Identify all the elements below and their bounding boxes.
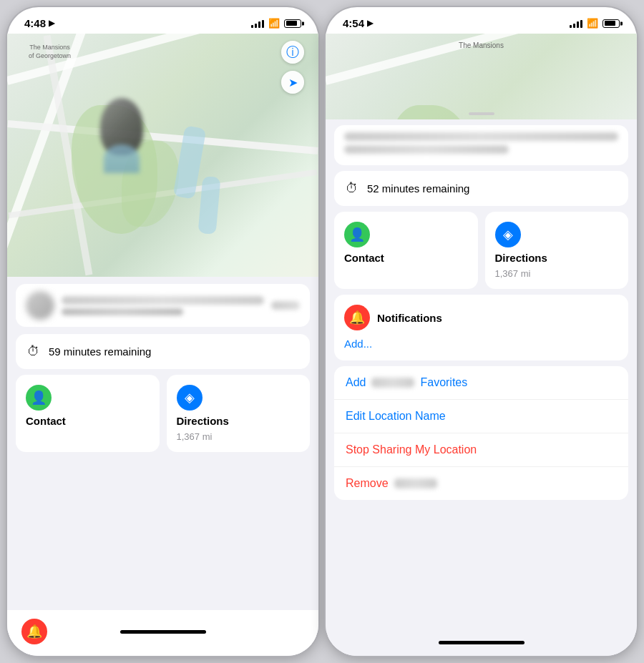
directions-icon: ◈: [177, 385, 203, 411]
action-list: Add Favorites Edit Location Name Stop Sh…: [334, 366, 628, 500]
wifi-icon-right: 📶: [587, 18, 598, 29]
directions-card-left[interactable]: ◈ Directions 1,367 mi: [167, 375, 311, 452]
location-button[interactable]: ➤: [281, 71, 304, 94]
user-avatar-blur: [26, 291, 54, 320]
name-card-right: [334, 125, 628, 165]
bottom-bar-right: [326, 635, 637, 656]
bottom-panel-right: ⏱ 52 minutes remaining 👤 Contact ◈ Direc…: [326, 119, 637, 656]
directions-distance-left: 1,367 mi: [177, 431, 301, 442]
location-icon: ➤: [288, 76, 298, 89]
blurred-name-favorites: [371, 378, 414, 388]
blurred-name-remove: [394, 478, 437, 488]
action-row-left: 👤 Contact ◈ Directions 1,367 mi: [16, 375, 310, 452]
name-card-left: [16, 284, 310, 327]
location-arrow-icon: ▶: [49, 19, 54, 28]
wifi-icon: 📶: [268, 18, 280, 29]
map-label-right: The Mansions: [459, 41, 504, 50]
notif-title: Notifications: [377, 312, 442, 324]
action-row-right: 👤 Contact ◈ Directions 1,367 mi: [334, 212, 628, 289]
contact-card-left[interactable]: 👤 Contact: [16, 375, 160, 452]
contact-icon-right: 👤: [344, 222, 370, 247]
timer-icon-right: ⏱: [346, 181, 358, 196]
remove-item[interactable]: Remove: [334, 467, 628, 500]
right-phone: 4:54 ▶ 📶 The Mansions: [326, 7, 637, 656]
directions-distance-right: 1,367 mi: [495, 268, 619, 279]
contact-label-right: Contact: [344, 252, 468, 264]
timer-row-right: ⏱ 52 minutes remaining: [334, 171, 628, 206]
drag-handle: [469, 112, 494, 115]
status-icons-right: 📶: [570, 18, 620, 29]
status-time-left: 4:48 ▶: [24, 17, 54, 29]
left-phone: 4:48 ▶ 📶 The Mansions: [7, 7, 318, 656]
status-time-right: 4:54 ▶: [343, 17, 373, 29]
directions-card-right[interactable]: ◈ Directions 1,367 mi: [485, 212, 629, 289]
notif-bell-icon: 🔔: [344, 305, 370, 330]
notif-add-link[interactable]: Add...: [344, 338, 372, 350]
map-left: The Mansions of Georgetown ⓘ ➤: [7, 34, 318, 277]
directions-icon-right: ◈: [495, 222, 521, 247]
signal-bars-right: [570, 19, 582, 28]
map-label-left: The Mansions of Georgetown: [29, 44, 71, 60]
bell-icon-left: 🔔: [26, 624, 42, 639]
status-icons-left: 📶: [251, 18, 301, 29]
signal-bars: [251, 19, 264, 28]
battery-icon-right: [602, 19, 620, 28]
location-arrow-icon-right: ▶: [367, 19, 373, 28]
timer-icon: ⏱: [27, 344, 40, 359]
timer-text-right: 52 minutes remaining: [367, 182, 469, 195]
directions-label-left: Directions: [177, 415, 301, 427]
map-right: The Mansions: [326, 34, 637, 119]
info-icon: ⓘ: [286, 44, 299, 61]
info-button[interactable]: ⓘ: [281, 41, 304, 64]
add-favorites-item[interactable]: Add Favorites: [334, 366, 628, 400]
notification-button-left[interactable]: 🔔: [21, 619, 47, 644]
timer-row-left: ⏱ 59 minutes remaining: [16, 334, 310, 369]
battery-icon: [284, 19, 301, 28]
directions-label-right: Directions: [495, 252, 619, 264]
notifications-card: 🔔 Notifications Add...: [334, 295, 628, 360]
status-bar-left: 4:48 ▶ 📶: [7, 7, 318, 34]
home-indicator-left: [120, 630, 206, 634]
contact-icon: 👤: [26, 385, 52, 411]
status-bar-right: 4:54 ▶ 📶: [326, 7, 637, 34]
time-left: 4:48: [24, 17, 46, 29]
bottom-bar-left: 🔔: [7, 610, 318, 656]
timer-text-left: 59 minutes remaining: [49, 345, 151, 358]
stop-sharing-item[interactable]: Stop Sharing My Location: [334, 433, 628, 467]
map-user-body: [104, 144, 140, 173]
time-right: 4:54: [343, 17, 364, 29]
bottom-panel-left: ⏱ 59 minutes remaining 👤 Contact ◈ Direc…: [7, 277, 318, 656]
home-indicator-right: [439, 641, 525, 644]
edit-location-item[interactable]: Edit Location Name: [334, 400, 628, 433]
contact-label-left: Contact: [26, 415, 150, 427]
contact-card-right[interactable]: 👤 Contact: [334, 212, 478, 289]
